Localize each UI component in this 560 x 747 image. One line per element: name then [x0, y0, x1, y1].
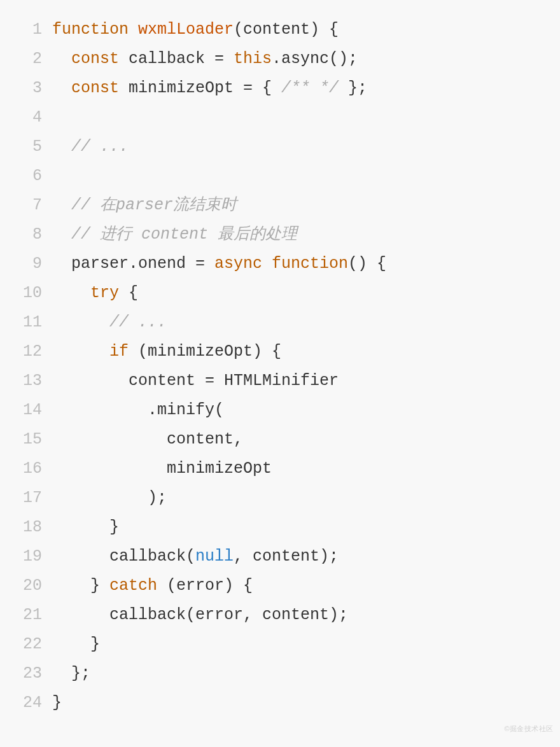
token: this — [234, 50, 272, 68]
code-content: }; — [52, 659, 551, 688]
code-content: } — [52, 688, 551, 718]
line-number: 22 — [9, 630, 52, 659]
line-number: 23 — [9, 659, 52, 688]
line-number: 7 — [9, 191, 52, 220]
token: wxmlLoader — [138, 20, 234, 39]
token: }; — [52, 664, 90, 683]
code-line: 9 parser.onend = async function() { — [9, 249, 551, 279]
line-number: 15 — [9, 425, 52, 454]
token: .async(); — [272, 50, 358, 68]
token: /** */ — [281, 79, 339, 97]
token: minimizeOpt — [52, 459, 272, 478]
code-content: parser.onend = async function() { — [52, 249, 551, 279]
code-content: // ... — [52, 308, 551, 337]
token: catch — [109, 576, 157, 595]
code-content: const minimizeOpt = { /** */ }; — [52, 74, 551, 103]
token: , content); — [234, 547, 339, 566]
code-content: minimizeOpt — [52, 454, 551, 484]
token: (content) { — [234, 20, 339, 39]
line-number: 20 — [9, 571, 52, 601]
code-content: // ... — [52, 132, 551, 162]
token: if — [109, 342, 129, 361]
code-line: 4 — [9, 103, 551, 132]
line-number: 2 — [9, 45, 52, 74]
token: null — [195, 547, 234, 566]
token: (minimizeOpt) { — [129, 342, 281, 361]
code-content: // 在parser流结束时 — [52, 191, 551, 220]
watermark: ©掘金技术社区 — [504, 714, 554, 743]
code-line: 13 content = HTMLMinifier — [9, 367, 551, 396]
code-line: 17 ); — [9, 484, 551, 513]
code-lines: 1function wxmlLoader(content) {2 const c… — [9, 15, 551, 718]
code-content — [52, 162, 551, 191]
line-number: 8 — [9, 220, 52, 249]
code-content: if (minimizeOpt) { — [52, 337, 551, 367]
code-line: 8 // 进行 content 最后的处理 — [9, 220, 551, 249]
token — [52, 196, 71, 214]
code-content: callback(null, content); — [52, 542, 551, 571]
code-line: 23 }; — [9, 659, 551, 688]
code-line: 19 callback(null, content); — [9, 542, 551, 571]
code-block: 1function wxmlLoader(content) {2 const c… — [0, 0, 560, 747]
code-line: 3 const minimizeOpt = { /** */ }; — [9, 74, 551, 103]
line-number: 3 — [9, 74, 52, 103]
line-number: 21 — [9, 601, 52, 630]
code-content: callback(error, content); — [52, 601, 551, 630]
code-line: 16 minimizeOpt — [9, 454, 551, 484]
line-number: 9 — [9, 249, 52, 279]
token — [52, 79, 71, 97]
token: }; — [339, 79, 367, 97]
token: // ... — [109, 313, 167, 332]
token: ); — [52, 489, 167, 507]
code-line: 7 // 在parser流结束时 — [9, 191, 551, 220]
line-number: 14 — [9, 396, 52, 425]
token — [129, 20, 138, 39]
token: content = HTMLMinifier — [52, 372, 339, 390]
token — [52, 137, 71, 156]
token: function — [272, 255, 348, 273]
code-content: try { — [52, 279, 551, 308]
token: minimizeOpt = { — [119, 79, 281, 97]
code-line: 14 .minify( — [9, 396, 551, 425]
code-content: .minify( — [52, 396, 551, 425]
token: const — [71, 79, 119, 97]
code-content: const callback = this.async(); — [52, 45, 551, 74]
code-content: function wxmlLoader(content) { — [52, 15, 551, 45]
code-line: 22 } — [9, 630, 551, 659]
line-number: 4 — [9, 103, 52, 132]
token: const — [71, 50, 119, 68]
code-line: 24} — [9, 688, 551, 718]
line-number: 13 — [9, 367, 52, 396]
token: callback(error, content); — [52, 606, 348, 624]
token: function — [52, 20, 129, 39]
token: } — [52, 518, 119, 536]
line-number: 18 — [9, 513, 52, 542]
token: callback = — [119, 50, 234, 68]
token: (error) { — [157, 576, 253, 595]
token — [52, 284, 90, 302]
code-line: 2 const callback = this.async(); — [9, 45, 551, 74]
token: callback( — [52, 547, 195, 566]
code-line: 18 } — [9, 513, 551, 542]
token: try — [90, 284, 119, 302]
token: { — [119, 284, 138, 302]
token: } — [52, 635, 100, 653]
token — [52, 225, 71, 244]
code-content: // 进行 content 最后的处理 — [52, 220, 551, 249]
line-number: 10 — [9, 279, 52, 308]
token — [52, 342, 109, 361]
code-content: content, — [52, 425, 551, 454]
token: content, — [52, 430, 243, 449]
code-line: 20 } catch (error) { — [9, 571, 551, 601]
code-line: 10 try { — [9, 279, 551, 308]
line-number: 11 — [9, 308, 52, 337]
code-line: 21 callback(error, content); — [9, 601, 551, 630]
code-line: 12 if (minimizeOpt) { — [9, 337, 551, 367]
token: async — [214, 255, 262, 273]
token: // 进行 content 最后的处理 — [71, 225, 297, 244]
token: // 在parser流结束时 — [71, 196, 237, 214]
line-number: 17 — [9, 484, 52, 513]
code-line: 6 — [9, 162, 551, 191]
code-line: 11 // ... — [9, 308, 551, 337]
token: () { — [348, 255, 386, 273]
